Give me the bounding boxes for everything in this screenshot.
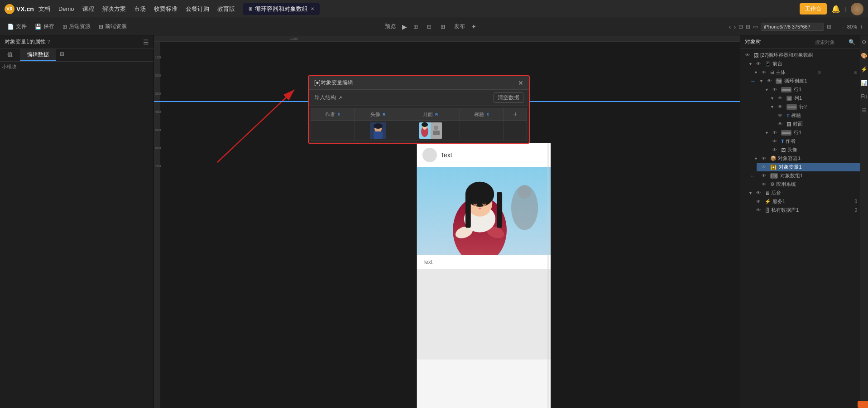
nav-doc[interactable]: 文档 [38,5,50,13]
extra-icon[interactable]: ⊞ [854,70,857,75]
eye-icon[interactable]: 👁 [776,96,785,101]
device-input[interactable] [761,23,824,31]
search-input[interactable] [815,39,847,45]
other-tab[interactable]: Fu [859,92,868,102]
another-tab[interactable]: ⊟ [860,105,868,115]
nav-pricing[interactable]: 收费标准 [154,5,177,13]
save-button[interactable]: 💾 保存 [32,22,57,31]
col-header-cover[interactable]: 封面 R [401,108,460,121]
eye-icon[interactable]: 👁 [759,165,768,170]
tree-item-row1b[interactable]: ▼ 👁 ═══ 行1 [762,128,860,137]
tree-item-col1[interactable]: ▼ 👁 ⊟ 列1 [767,94,860,102]
col-header-add[interactable]: + [504,108,527,121]
tree-item-db1[interactable]: 👁 🗄 私有数据库1 0 [751,206,860,214]
eye-icon[interactable]: 👁 [776,104,785,109]
layout-button[interactable]: ⊟ [424,22,434,31]
eye-icon[interactable]: 👁 [770,147,779,152]
tree-item-row1[interactable]: ▼ 👁 ═══ 行1 [762,85,860,94]
eye-icon[interactable]: 👁 [759,156,768,161]
import-structure-button[interactable]: 导入结构 ↗ [314,94,342,102]
zoom-out-button[interactable]: - [842,23,844,30]
tree-item-var1[interactable]: 👁 [●] 对象变量1 [757,163,860,171]
tree-item-author[interactable]: 👁 T 作者 [767,137,860,146]
eye-icon[interactable]: 👁 [754,190,763,195]
collapse-icon[interactable]: ▼ [748,191,753,195]
device-selector[interactable] [761,23,824,31]
frontend-resources-button[interactable]: ⊞ 前端资源 [96,22,129,31]
eye-icon[interactable]: 👁 [770,130,779,135]
cols-button[interactable]: ⊞ [438,22,448,31]
tree-item-root[interactable]: 👁 🖼 [27]循环容器和对象数组 [740,51,860,59]
collapse-icon[interactable]: ▼ [765,87,769,92]
tree-item-datagroup1[interactable]: ← 👁 [⊞] 对象数组1 [757,171,860,180]
add-column-icon[interactable]: + [513,110,517,118]
nav-demo[interactable]: Demo [58,5,74,12]
collapse-icon[interactable]: ▼ [770,105,774,109]
tree-item-frontend[interactable]: ▼ 👁 📱 前台 [746,59,860,68]
bell-icon[interactable]: 🔔 [831,5,840,13]
eye-icon[interactable]: 👁 [754,61,763,66]
col-header-avatar[interactable]: 头像 R [355,108,401,121]
scroll-indicator[interactable] [547,143,549,408]
tree-item-backend[interactable]: ▼ 👁 🖥 后台 [746,189,860,197]
eye-icon[interactable]: 👁 [770,87,779,92]
eye-icon[interactable]: 👁 [759,182,768,187]
grid-button[interactable]: ⊞ [411,22,421,31]
logo[interactable]: VX VX.cn [5,4,34,14]
tree-item-avatar[interactable]: 👁 🖼 头像 [767,146,860,154]
help-icon[interactable]: ? [48,39,50,44]
cell-title[interactable] [460,121,504,141]
tree-item-appsys[interactable]: 👁 ⚙ 应用系统 [757,180,860,189]
workspace-button[interactable]: 工作台 [800,3,827,15]
collapse-icon[interactable]: ▼ [754,156,758,161]
preview-button[interactable]: 预览 [382,22,398,31]
event-tab[interactable]: ⚡ [859,64,868,74]
eye-icon[interactable]: 👁 [776,113,785,118]
panel-copy-icon[interactable]: ⊞ [56,49,68,61]
eye-icon[interactable]: 👁 [770,139,779,144]
eye-icon[interactable]: 👁 [754,199,763,204]
collapse-icon[interactable]: ▼ [765,131,769,135]
collapse-icon[interactable]: ▼ [770,96,774,101]
col-header-title[interactable]: 标题 S [460,108,504,121]
eye-icon[interactable]: 👁 [743,53,752,58]
eye-icon[interactable]: 👁 [759,173,768,178]
clear-data-button[interactable]: 清空数据 [494,92,523,103]
nav-market[interactable]: 市场 [134,5,146,13]
nav-course[interactable]: 课程 [82,5,94,13]
eye-icon[interactable]: 👁 [765,78,774,83]
data-tab[interactable]: 📊 [859,78,868,88]
modal-close-button[interactable]: ✕ [518,79,523,87]
feedback-button[interactable]: 意见反馈 [858,401,868,408]
collapse-icon[interactable]: ▼ [754,70,758,75]
deploy-icon[interactable]: ✈ [471,24,476,30]
properties-tab[interactable]: ⚙ [860,37,868,47]
eye-icon[interactable]: 👁 [754,208,763,213]
collapse-icon[interactable]: ▼ [759,79,763,83]
style-tab[interactable]: 🎨 [859,51,868,61]
tree-item-container1[interactable]: ▼ 👁 📦 对象容器1 [751,154,860,163]
nav-next-button[interactable]: › [734,23,736,30]
cell-avatar[interactable] [355,121,401,141]
col-header-author[interactable]: 作者 S [311,108,355,121]
panel-menu-icon[interactable]: ☰ [143,39,149,46]
cell-author[interactable] [311,121,355,141]
play-button[interactable]: ▶ [402,23,407,30]
avatar[interactable] [851,3,863,15]
backend-resources-button[interactable]: ⊞ 后端资源 [60,22,93,31]
zoom-in-button[interactable]: + [860,23,863,30]
tree-item-cover[interactable]: 👁 🖼 封面 [773,120,860,128]
tab-value[interactable]: 值 [0,49,20,61]
nav-education[interactable]: 教育版 [217,5,235,13]
copy-icon[interactable]: ⊞ [827,24,831,30]
search-icon[interactable]: 🔍 [849,39,855,45]
canvas-area[interactable]: 1300 100 200 300 400 500 600 700 [154,35,740,408]
tree-item-title[interactable]: 👁 T 标题 [773,111,860,120]
tab-edit-data[interactable]: 编辑数据 [20,49,56,61]
nav-solution[interactable]: 解决方案 [102,5,126,13]
tree-item-forloop[interactable]: → ▼ 👁 for 循环创建1 [757,77,860,85]
nav-package[interactable]: 套餐订购 [186,5,209,13]
tree-item-main[interactable]: ▼ 👁 ⊟ 主体 ⚙ ⊞ [751,68,860,77]
eye-icon[interactable]: 👁 [776,121,785,126]
tree-item-service1[interactable]: 👁 ⚡ 服务1 0 [751,197,860,206]
